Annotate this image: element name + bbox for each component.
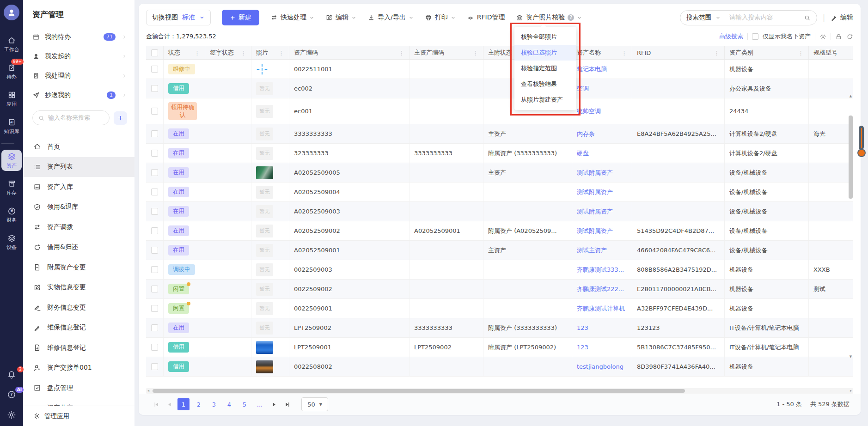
sidebar-item-资产入库[interactable]: 资产入库 [23, 177, 134, 197]
sidebar-search-input[interactable]: 输入名称来搜索 [32, 110, 110, 125]
page-button-...[interactable]: ... [254, 398, 266, 410]
row-checkbox[interactable] [151, 324, 158, 331]
sidebar-item-领用&退库[interactable]: 领用&退库 [23, 197, 134, 218]
sidebar-item-维保信息登记[interactable]: 维保信息登记 [23, 318, 134, 338]
table-row[interactable]: 借用0022508002testjiangbolong8D3980F3741A4… [146, 357, 853, 377]
page-button-1[interactable]: 1 [177, 398, 189, 410]
manage-app-button[interactable]: 管理应用 [23, 406, 134, 426]
column-header-main_code[interactable]: 主资产编码⋮ [410, 46, 483, 59]
page-button-4[interactable]: 4 [223, 398, 235, 410]
cell-name[interactable]: 硬盘 [572, 144, 632, 163]
global-search[interactable]: 搜索范围 请输入搜索内容 [680, 10, 817, 25]
table-row[interactable]: 在用暂无A02052509003测试附属资产设备/机械设备 [146, 202, 853, 221]
next-page-button[interactable] [269, 399, 279, 409]
column-header-status[interactable]: 状态⋮ [164, 46, 205, 59]
new-button[interactable]: 新建 [222, 10, 259, 25]
toolbar-button-快速处理[interactable]: 快速处理 [270, 13, 314, 22]
sidebar-item-盘点管理[interactable]: 盘点管理 [23, 378, 134, 398]
table-row[interactable]: 闲置暂无0022509001齐鹏康测试计算机A32BFF97CFED4E439D… [146, 299, 853, 318]
row-checkbox[interactable] [151, 208, 158, 215]
vertical-scrollbar[interactable]: ▲ ▼ [848, 94, 853, 359]
scroll-up-arrow[interactable]: ▲ [848, 94, 853, 98]
column-menu-icon[interactable]: ⋮ [714, 49, 720, 56]
toolbar-button-打印[interactable]: 打印 [425, 13, 456, 22]
switch-view-select[interactable]: 切换视图 标准 [146, 10, 211, 25]
cell-name[interactable]: 齐鹏康测试333... [572, 260, 632, 279]
cell-name[interactable]: 齐鹏康测试222... [572, 280, 632, 298]
table-row[interactable]: 在用暂无3333333333主资产内存条E8A24BF5A62B4925A25.… [146, 124, 853, 144]
table-row[interactable]: 维修中0022511001笔记本电脑机器设备 [146, 60, 853, 79]
column-header-code[interactable]: 资产编码⋮ [289, 46, 410, 59]
cell-name[interactable]: 测试主资产 [572, 241, 632, 260]
column-menu-icon[interactable]: ⋮ [472, 49, 478, 56]
cell-name[interactable]: 测试附属资产 [572, 183, 632, 201]
cell-name[interactable]: 统帅空调 [572, 98, 632, 124]
table-row[interactable]: 在用暂无A02052509002A02052509001附属资产 (A02052… [146, 221, 853, 241]
row-checkbox[interactable] [151, 169, 158, 176]
asset-photo-thumbnail[interactable] [256, 341, 273, 354]
column-menu-icon[interactable]: ⋮ [278, 49, 284, 56]
toolbar-button-编辑[interactable]: 编辑 [325, 13, 356, 22]
page-size-select[interactable]: 50 ▼ [301, 397, 328, 411]
page-button-5[interactable]: 5 [238, 398, 251, 410]
question-button[interactable]: ?AI [1, 389, 22, 400]
scroll-down-arrow[interactable]: ▼ [848, 355, 853, 359]
first-page-button[interactable] [151, 399, 161, 409]
table-row[interactable]: 在用暂无3233333333333333333附属资产 (3333333333)… [146, 144, 853, 163]
page-button-2[interactable]: 2 [193, 398, 205, 410]
help-icon[interactable]: ? [568, 14, 574, 21]
column-header-model[interactable]: 规格型号 [809, 46, 852, 59]
row-checkbox[interactable] [151, 150, 158, 157]
cell-name[interactable]: 123 [572, 318, 632, 337]
table-row[interactable]: 借用LPT2509001LPT2509002附属资产 (LPT2509002)1… [146, 338, 853, 357]
column-header-category[interactable]: 资产类别⋮ [725, 46, 809, 59]
toolbar-button-资产照片核验[interactable]: 资产照片核验? [516, 13, 582, 22]
rail-item-待办[interactable]: 待办99+ [1, 61, 22, 82]
toolbar-button-导入/导出[interactable]: 导入/导出 [367, 13, 414, 22]
rail-item-知识库[interactable]: AI知识库 [1, 116, 22, 137]
row-checkbox[interactable] [151, 344, 158, 351]
user-avatar[interactable] [4, 5, 19, 20]
column-menu-icon[interactable]: ⋮ [398, 49, 404, 56]
horizontal-scrollbar[interactable]: ◂ ▸ [146, 388, 853, 394]
dropdown-item-从照片新建资产[interactable]: 从照片新建资产 [514, 92, 576, 108]
scroll-right-arrow[interactable]: ▸ [850, 388, 852, 394]
asset-photo-thumbnail[interactable] [256, 360, 273, 373]
sidebar-quick-我处理的[interactable]: 我处理的 [23, 66, 134, 85]
rail-item-库存[interactable]: 库存 [1, 177, 22, 198]
gear-icon[interactable] [819, 33, 826, 40]
rail-item-设备[interactable]: 设备 [1, 231, 22, 253]
page-button-3[interactable]: 3 [208, 398, 220, 410]
cell-name[interactable]: 测试附属资产 [572, 202, 632, 221]
sidebar-item-首页[interactable]: 首页 [23, 137, 134, 157]
dropdown-item-核验指定范围[interactable]: 核验指定范围 [514, 61, 576, 76]
table-row[interactable]: 闲置暂无0022509002齐鹏康测试222...E28011700000021… [146, 280, 853, 299]
cell-name[interactable]: 内存条 [572, 124, 632, 143]
row-checkbox[interactable] [151, 189, 158, 195]
cell-name[interactable]: 齐鹏康测试计算机 [572, 299, 632, 318]
gear-button[interactable] [1, 409, 22, 420]
sidebar-quick-我发起的[interactable]: 我发起的 [23, 47, 134, 66]
table-row[interactable]: 借用暂无ec002空调办公家具及设备 [146, 79, 853, 98]
dropdown-item-核验全部照片[interactable]: 核验全部照片 [514, 29, 576, 45]
search-icon[interactable] [804, 14, 811, 21]
sidebar-item-借用&归还[interactable]: 借用&归还 [23, 237, 134, 258]
thermometer-extension-icon[interactable] [857, 126, 866, 157]
cell-name[interactable]: 测试附属资产 [572, 221, 632, 240]
bell-button[interactable]: 2 [1, 369, 22, 380]
cell-name[interactable]: 123 [572, 338, 632, 357]
column-header-rfid[interactable]: RFID⋮ [632, 46, 725, 59]
dropdown-item-查看核验结果[interactable]: 查看核验结果 [514, 76, 576, 92]
cell-name[interactable]: 测试附属资产 [572, 163, 632, 182]
advanced-search-link[interactable]: 高级搜索 [719, 32, 743, 41]
sidebar-quick-我的待办[interactable]: 我的待办71 [23, 27, 134, 47]
sidebar-item-资产调拨[interactable]: 资产调拨 [23, 217, 134, 237]
dropdown-item-核验已选照片[interactable]: 核验已选照片 [514, 45, 576, 61]
sidebar-item-资产交接单001[interactable]: 资产交接单001 [23, 358, 134, 378]
column-header-name[interactable]: 资产名称⋮ [572, 46, 632, 59]
scroll-left-arrow[interactable]: ◂ [147, 388, 149, 394]
column-menu-icon[interactable]: ⋮ [798, 49, 804, 56]
add-button[interactable] [114, 111, 127, 125]
row-checkbox[interactable] [151, 363, 158, 370]
rail-item-工作台[interactable]: 工作台 [1, 34, 22, 55]
